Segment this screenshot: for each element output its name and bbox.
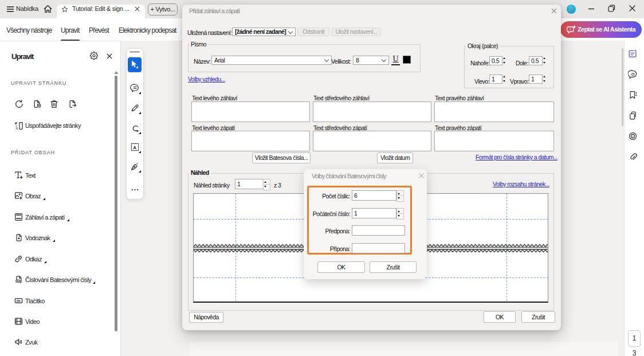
svg-text:OK: OK [16,299,21,303]
svg-text:A: A [133,145,136,150]
svg-text:012: 012 [17,280,20,283]
svg-text:@: @ [631,72,635,77]
